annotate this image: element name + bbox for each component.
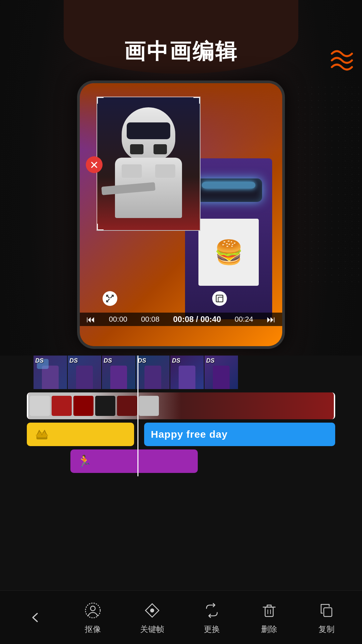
delete-icon [259, 600, 279, 621]
pip-scale-handle[interactable] [103, 291, 117, 306]
page-title: 画中画编辑 [0, 37, 362, 66]
svg-point-4 [41, 432, 43, 434]
text-track-blue[interactable]: Happy free day [144, 423, 335, 446]
svg-point-5 [46, 434, 48, 436]
replace-label: 更换 [204, 624, 220, 635]
toolbar-delete[interactable]: 删除 [259, 600, 279, 635]
text-track-yellow[interactable] [27, 423, 134, 446]
toolbar-back[interactable] [25, 607, 46, 628]
video-thumb-1: DS [34, 356, 67, 389]
svg-rect-9 [265, 607, 273, 616]
pip-resize-handle[interactable] [212, 291, 227, 306]
keyframe-label: 关键帧 [140, 624, 164, 635]
pip-video-overlay[interactable] [97, 97, 200, 231]
thumb-label-5: DS [172, 357, 180, 364]
keyframe-icon [142, 600, 162, 621]
svg-rect-1 [218, 297, 223, 302]
sticker-track-purple[interactable]: 🏃 [70, 449, 198, 473]
thumb-label-2: DS [69, 357, 78, 364]
back-arrow-icon[interactable] [25, 607, 46, 628]
playhead [137, 356, 138, 476]
copy-icon [316, 600, 337, 621]
svg-rect-2 [37, 437, 47, 439]
video-thumb-6: DS [204, 356, 238, 389]
video-thumb-4: DS [136, 356, 170, 389]
phone-mockup: 🍔 [77, 80, 285, 349]
bottom-toolbar: 抠像 关键帧 更换 [0, 590, 362, 644]
thumb-label-3: DS [104, 357, 112, 364]
time-marker-left: 00:00 [109, 315, 127, 324]
copy-label: 复制 [318, 624, 335, 635]
svg-point-8 [150, 608, 154, 612]
text-track-blue-label: Happy free day [151, 429, 228, 440]
play-back-icon[interactable]: ⏮ [86, 314, 95, 325]
toolbar-keyframe[interactable]: 关键帧 [140, 600, 164, 635]
pip-handle-top-right[interactable] [193, 97, 200, 104]
svg-point-7 [90, 606, 95, 611]
pip-video-strip[interactable] [27, 392, 335, 419]
phone-screen: 🍔 [80, 83, 282, 346]
delete-label: 删除 [261, 624, 277, 635]
time-marker-mid: 00:08 [141, 315, 160, 324]
svg-rect-0 [216, 295, 223, 302]
toolbar-portrait[interactable]: 抠像 [83, 600, 103, 635]
crown-icon [34, 426, 50, 443]
thumb-label-4: DS [138, 357, 146, 364]
svg-rect-10 [324, 608, 332, 616]
video-thumb-2: DS [68, 356, 101, 389]
toolbar-copy[interactable]: 复制 [316, 600, 337, 635]
pip-handle-bottom-left[interactable] [97, 224, 104, 230]
dot-pattern-decoration [295, 84, 362, 285]
editor-section: DS DS DS DS DS [0, 356, 362, 590]
current-time-display: 00:08 / 00:40 [173, 315, 221, 324]
thumb-label-1: DS [35, 357, 44, 364]
thumb-label-6: DS [206, 357, 215, 364]
time-marker-right: 00:24 [235, 315, 253, 324]
svg-point-3 [36, 434, 38, 436]
video-thumb-5: DS [170, 356, 204, 389]
pip-close-button[interactable] [86, 156, 103, 173]
timeline-bar: ⏮ 00:00 00:08 00:08 / 00:40 00:24 ⏭ [80, 313, 282, 326]
play-forward-icon[interactable]: ⏭ [267, 314, 276, 325]
main-video-strip: DS DS DS DS DS [34, 356, 362, 389]
sticker-icon: 🏃 [77, 454, 92, 468]
pip-handle-top-left[interactable] [97, 97, 104, 104]
replace-icon [202, 600, 222, 621]
portrait-icon [83, 600, 103, 621]
portrait-label: 抠像 [85, 624, 101, 635]
video-thumb-3: DS [102, 356, 135, 389]
toolbar-replace[interactable]: 更换 [202, 600, 222, 635]
